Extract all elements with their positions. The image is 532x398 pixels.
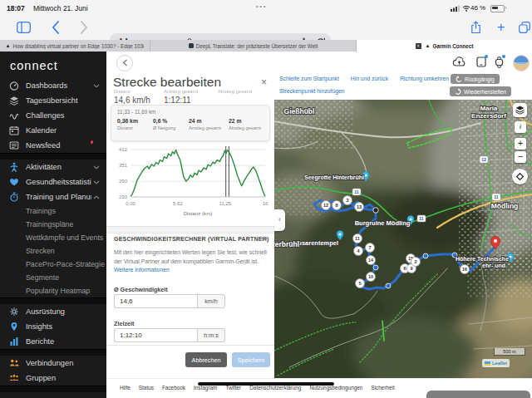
svg-text:13: 13	[357, 204, 362, 209]
sidebar-item-dashboards[interactable]: Dashboards	[0, 78, 106, 93]
sidebar-item-challenges[interactable]: Challenges	[0, 108, 106, 123]
map-label-ehr-und: ehr- und	[482, 263, 505, 268]
close-tab-icon[interactable]: ×	[416, 43, 421, 49]
map[interactable]: 3128131147141056915216 11111112GießhüblM…	[274, 100, 532, 378]
map-link-schleife-zum-startpunkt[interactable]: Schleife zum Startpunkt	[279, 76, 339, 81]
zoom-in-button[interactable]: +	[515, 138, 526, 150]
footer-link-instagram[interactable]: Instagram	[194, 385, 217, 391]
more-info-link[interactable]: Weitere Informationen	[114, 267, 170, 273]
tab-deepl[interactable]: DeepL Translate: der präziseste Übersetz…	[150, 40, 357, 52]
waypoint-marker-4[interactable]: 4	[354, 247, 363, 256]
sidebar-item-aktivitäten[interactable]: Aktivitäten	[0, 160, 106, 174]
map-link-richtung-umkehren[interactable]: Richtung umkehren	[400, 76, 449, 81]
home-indicator[interactable]	[198, 382, 334, 386]
tab-garmin-connect[interactable]: × ▲ Garmin Connect	[357, 40, 532, 52]
page-title: Strecke bearbeiten	[113, 75, 221, 90]
info-button[interactable]: i	[515, 121, 526, 133]
layers-icon	[9, 96, 20, 106]
connect-logo[interactable]: connect	[0, 52, 106, 78]
tab-forum[interactable]: ▲ How disabling virtual partner on Edge …	[0, 40, 150, 52]
zoom-out-button[interactable]: −	[515, 151, 526, 163]
tabs-icon[interactable]	[519, 22, 530, 33]
tooltip-range: 11,33 - 11,69 km	[117, 109, 155, 115]
sidebar-subitem-trainingspläne[interactable]: Trainingspläne	[0, 218, 106, 231]
chevron-up-icon[interactable]	[261, 236, 268, 240]
speed-input[interactable]	[114, 294, 198, 308]
waypoint-marker-11[interactable]: 11	[353, 234, 362, 243]
footer-link-datenschutzerklärung[interactable]: Datenschutzerklärung	[249, 385, 301, 391]
sidebar-subitem-strecken[interactable]: Strecken	[0, 244, 106, 258]
ukraine-flag-icon	[485, 361, 490, 366]
locate-button[interactable]	[512, 169, 528, 184]
edit-course-panel: Strecke bearbeiten × Distanz Anstieg ges…	[106, 73, 275, 378]
back-icon[interactable]	[52, 21, 60, 34]
footer-link-nutzungsbedingungen[interactable]: Nutzungsbedingungen	[309, 385, 362, 391]
footer-link-status[interactable]: Status	[139, 385, 154, 391]
sidebar-item-gruppen[interactable]: Gruppen	[0, 371, 106, 386]
save-button[interactable]: Speichern	[232, 352, 270, 367]
waypoint-marker-12[interactable]: 12	[322, 201, 331, 210]
watch-notification-dot	[502, 55, 505, 58]
footer-link-facebook[interactable]: Facebook	[162, 385, 185, 391]
waypoint-marker-8[interactable]: 8	[332, 201, 342, 210]
footer: HilfeStatusFacebookInstagramTwitterDaten…	[106, 378, 532, 398]
device-icon[interactable]	[476, 57, 486, 67]
new-tab-icon[interactable]: +	[497, 20, 505, 35]
sidebar-subitem-trainings[interactable]: Trainings	[0, 204, 106, 218]
sidebar-subitem-pacepro-pace-strategie[interactable]: PacePro-Pace-Strategie	[0, 258, 106, 271]
layers-button[interactable]	[513, 103, 527, 117]
people-icon	[9, 358, 20, 368]
map-label-burgruine-mödling: Burgruine Mödling	[355, 219, 411, 227]
sidebar-item-verbindungen[interactable]: Verbindungen	[0, 356, 106, 371]
waypoint-marker-10[interactable]: 10	[367, 273, 376, 282]
multitask-dots[interactable]: •••	[256, 3, 267, 9]
close-panel-icon[interactable]: ×	[261, 76, 267, 88]
sidebar-subitem-popularity-heatmap[interactable]: Popularity Heatmap	[0, 284, 106, 297]
sidebar-item-gesundheitsstatistiken[interactable]: Gesundheitsstatistiken	[0, 174, 106, 189]
route-start-point[interactable]	[373, 208, 378, 213]
waypoint-marker-2[interactable]: 2	[411, 258, 421, 267]
waypoint-marker-5[interactable]: 5	[356, 279, 365, 288]
sidebar-toggle-icon[interactable]	[17, 22, 31, 33]
sidebar-item-newsfeed[interactable]: Newsfeed	[0, 138, 106, 153]
waypoint-marker-3[interactable]: 3	[343, 196, 352, 205]
waypoint-marker-13[interactable]: 13	[355, 203, 364, 212]
sidebar-subitem-wettkämpfe-und-events[interactable]: Wettkämpfe und Events	[0, 231, 106, 244]
sidebar-item-berichte[interactable]: Berichte	[0, 334, 106, 349]
route-shaping-point[interactable]	[373, 265, 378, 270]
watch-icon[interactable]	[495, 57, 504, 68]
footer-link-sicherheit[interactable]: Sicherheit	[371, 385, 394, 391]
undo-button[interactable]: Rückgängig	[451, 74, 500, 84]
footer-link-twitter[interactable]: Twitter	[225, 385, 241, 391]
sidebar-item-training-und-planung[interactable]: Training und Planung	[0, 189, 106, 204]
sidebar-subitem-segmente[interactable]: Segmente	[0, 271, 106, 284]
sidebar-item-ausrüstung[interactable]: Ausrüstung	[0, 304, 106, 319]
map-attribution[interactable]: Leaflet	[482, 359, 510, 367]
sidebar-item-tagesübersicht[interactable]: Tagesübersicht	[0, 93, 106, 108]
share-icon[interactable]	[470, 21, 481, 34]
sidebar-item-insights[interactable]: Insights	[0, 319, 106, 334]
footer-link-hilfe[interactable]: Hilfe	[120, 385, 131, 391]
cancel-button[interactable]: Abbrechen	[185, 352, 227, 367]
target-time-input[interactable]	[114, 328, 198, 342]
waypoint-marker-7[interactable]: 7	[366, 243, 375, 253]
stat-value-speed: 14,6 km/h	[114, 96, 150, 105]
waypoint-marker-14[interactable]: 14	[367, 256, 376, 265]
map-link-streckenpunkt-hinzufügen[interactable]: Streckenpunkt hinzufügen	[279, 88, 345, 94]
svg-text:12: 12	[323, 203, 328, 208]
group-icon	[9, 373, 20, 383]
redo-button[interactable]: Wiederherstellen	[450, 86, 511, 96]
calculator-heading[interactable]: GESCHWINDIGKEITSRECHNER (VIRTUAL PARTNER…	[114, 236, 268, 242]
forward-icon[interactable]	[80, 21, 88, 34]
cloud-sync-icon[interactable]	[452, 57, 466, 67]
back-button[interactable]	[116, 55, 133, 71]
waypoint-marker-16[interactable]: 16	[461, 265, 470, 274]
route-shaping-point[interactable]	[386, 283, 391, 288]
map-link-hin-und-zurück[interactable]: Hin und zurück	[351, 76, 388, 81]
elevation-chart[interactable]: 4123512902300,005,6211,2516Distanz (km)	[111, 143, 270, 221]
collapse-panel-button[interactable]: ‹	[274, 209, 285, 231]
avatar[interactable]	[513, 55, 530, 71]
map-canvas[interactable]: 3128131147141056915216 11111112GießhüblM…	[274, 100, 532, 378]
sidebar-item-kalender[interactable]: Kalender	[0, 123, 106, 138]
route-shaping-point[interactable]	[423, 253, 428, 258]
